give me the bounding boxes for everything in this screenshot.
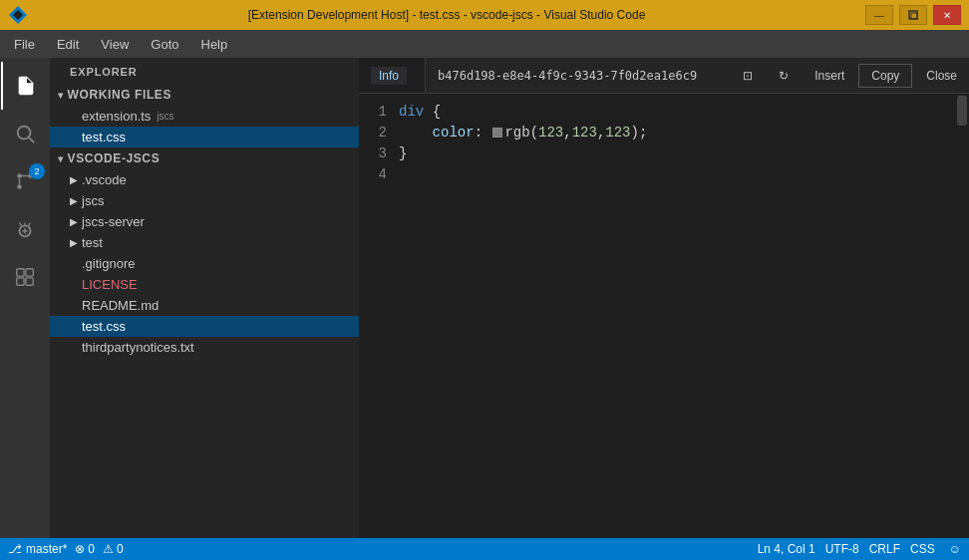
menu-bar: File Edit View Goto Help <box>0 30 969 58</box>
working-files-header[interactable]: ▾ Working Files <box>50 84 359 106</box>
smiley-icon[interactable]: ☺ <box>949 542 961 556</box>
error-count: 0 <box>88 542 95 556</box>
extensions-activity-icon[interactable] <box>1 253 49 301</box>
git-activity-icon[interactable]: 2 <box>1 157 49 205</box>
test-css-working-name: test.css <box>82 130 126 144</box>
folder-jscs-server-chevron: ▶ <box>70 216 78 227</box>
status-left: ⎇ master* ⊗ 0 ⚠ 0 <box>8 542 124 556</box>
peek-header: Info b476d198-e8e4-4f9c-9343-7f0d2ea1e6c… <box>359 58 969 94</box>
editor-area: Info b476d198-e8e4-4f9c-9343-7f0d2ea1e6c… <box>359 58 969 538</box>
svg-rect-0 <box>909 11 917 19</box>
insert-button[interactable]: Insert <box>803 64 856 88</box>
folder-vscode-chevron: ▶ <box>70 174 78 185</box>
title-bar: [Extension Development Host] - test.css … <box>0 0 969 30</box>
error-icon: ⊗ <box>75 542 85 556</box>
folder-test-chevron: ▶ <box>70 237 78 248</box>
branch-icon: ⎇ <box>8 542 22 556</box>
git-branch-status[interactable]: ⎇ master* <box>8 542 67 556</box>
menu-edit[interactable]: Edit <box>47 33 89 56</box>
app-icon <box>8 5 28 25</box>
sidebar: Explorer ▾ Working Files extension.ts js… <box>50 58 359 538</box>
menu-help[interactable]: Help <box>191 33 238 56</box>
file-encoding[interactable]: UTF-8 <box>825 542 859 556</box>
debug-activity-icon[interactable] <box>1 205 49 253</box>
folder-test-name: test <box>82 235 103 250</box>
activity-bar: 2 <box>0 58 50 538</box>
folder-vscode-name: .vscode <box>82 172 127 187</box>
folder-jscs-chevron: ▶ <box>70 195 78 206</box>
file-language[interactable]: CSS <box>910 542 935 556</box>
explorer-activity-icon[interactable] <box>1 62 49 110</box>
peek-tab-label: Info <box>371 67 407 85</box>
folder-vscode[interactable]: ▶ .vscode <box>50 169 359 190</box>
file-readme[interactable]: README.md <box>50 295 359 316</box>
scroll-thumb <box>957 96 967 126</box>
test-css-name: test.css <box>82 319 126 334</box>
git-badge: 2 <box>29 163 45 179</box>
main-layout: 2 Explorer ▾ Working Files <box>0 58 969 538</box>
branch-name: master* <box>26 542 67 556</box>
svg-rect-11 <box>17 269 24 276</box>
project-label: vscode-jscs <box>68 151 161 165</box>
peek-refresh-button[interactable]: ↻ <box>767 64 801 88</box>
error-status[interactable]: ⊗ 0 <box>75 542 95 556</box>
svg-point-4 <box>17 184 22 189</box>
menu-view[interactable]: View <box>91 33 139 56</box>
line-ending[interactable]: CRLF <box>869 542 900 556</box>
color-swatch <box>492 128 502 138</box>
search-activity-icon[interactable] <box>1 110 49 157</box>
code-line-1: div { <box>399 102 955 123</box>
code-content: div { color: rgb(123,123,123); } <box>399 102 955 530</box>
peek-hash: b476d198-e8e4-4f9c-9343-7f0d2ea1e6c9 <box>426 69 709 83</box>
folder-jscs-server-name: jscs-server <box>82 214 145 229</box>
readme-name: README.md <box>82 298 159 313</box>
svg-point-2 <box>18 127 31 140</box>
maximize-button[interactable] <box>899 5 927 25</box>
warning-icon: ⚠ <box>103 542 114 556</box>
warning-status[interactable]: ⚠ 0 <box>103 542 124 556</box>
menu-goto[interactable]: Goto <box>141 33 188 56</box>
code-line-2: color: rgb(123,123,123); <box>399 123 955 143</box>
svg-line-3 <box>29 138 34 142</box>
svg-rect-14 <box>26 278 33 285</box>
peek-split-button[interactable]: ⊡ <box>731 64 765 88</box>
minimize-button[interactable]: — <box>865 5 893 25</box>
working-files-chevron: ▾ <box>58 90 64 101</box>
peek-actions: ⊡ ↻ Insert Copy Close <box>731 64 969 88</box>
window-title: [Extension Development Host] - test.css … <box>28 8 865 22</box>
extension-ts-name: extension.ts <box>82 109 151 124</box>
file-item-extension-ts[interactable]: extension.ts jscs <box>50 106 359 127</box>
file-gitignore[interactable]: .gitignore <box>50 253 359 274</box>
svg-rect-13 <box>17 278 24 285</box>
close-peek-button[interactable]: Close <box>914 64 969 88</box>
code-line-4 <box>399 164 955 185</box>
file-license[interactable]: LICENSE <box>50 274 359 295</box>
gitignore-name: .gitignore <box>82 256 135 271</box>
window-controls: — ✕ <box>865 5 961 25</box>
file-item-test-css-working[interactable]: test.css <box>50 127 359 147</box>
svg-rect-1 <box>911 13 917 19</box>
file-test-css[interactable]: test.css <box>50 316 359 337</box>
code-editor[interactable]: 1 2 3 4 div { color: rgb(123,123,123); } <box>359 94 955 538</box>
folder-jscs[interactable]: ▶ jscs <box>50 190 359 211</box>
menu-file[interactable]: File <box>4 33 45 56</box>
thirdparty-name: thirdpartynotices.txt <box>82 340 194 355</box>
editor-inner: 1 2 3 4 div { color: rgb(123,123,123); } <box>359 94 969 538</box>
file-thirdparty[interactable]: thirdpartynotices.txt <box>50 337 359 358</box>
copy-button[interactable]: Copy <box>858 64 912 88</box>
scrollbar[interactable] <box>955 94 969 538</box>
cursor-position[interactable]: Ln 4, Col 1 <box>758 542 815 556</box>
close-button[interactable]: ✕ <box>933 5 961 25</box>
project-header[interactable]: ▾ vscode-jscs <box>50 147 359 169</box>
peek-tab-info[interactable]: Info <box>359 58 426 93</box>
license-name: LICENSE <box>82 277 138 292</box>
project-chevron: ▾ <box>58 153 64 164</box>
svg-rect-12 <box>26 269 33 276</box>
code-line-3: } <box>399 143 955 164</box>
status-bar: ⎇ master* ⊗ 0 ⚠ 0 Ln 4, Col 1 UTF-8 CRLF… <box>0 538 969 560</box>
folder-test[interactable]: ▶ test <box>50 232 359 253</box>
working-files-label: Working Files <box>68 88 171 102</box>
folder-jscs-server[interactable]: ▶ jscs-server <box>50 211 359 232</box>
folder-jscs-name: jscs <box>82 193 104 208</box>
line-numbers: 1 2 3 4 <box>359 102 399 530</box>
